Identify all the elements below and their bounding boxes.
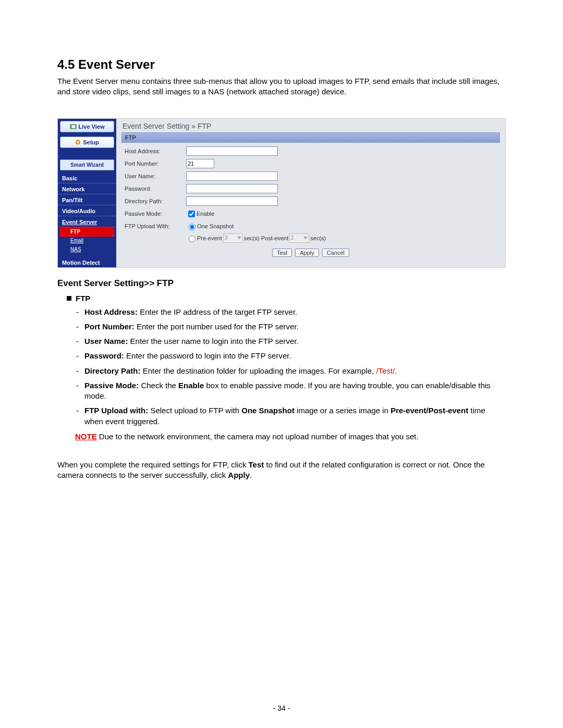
apply-button[interactable]: Apply xyxy=(295,249,319,257)
pre-event-label: Pre-event xyxy=(197,235,222,241)
desc-host: Host Address: Enter the IP address of th… xyxy=(76,307,506,317)
port-number-input[interactable] xyxy=(186,159,214,168)
subheading: Event Server Setting>> FTP xyxy=(57,278,506,289)
post-event-select[interactable]: 2 xyxy=(289,233,309,243)
cancel-button[interactable]: Cancel xyxy=(322,249,349,257)
ftp-bullet-label: FTP xyxy=(76,294,90,303)
sidebar-item-motion-detect[interactable]: Motion Detect xyxy=(58,257,116,267)
chevron-down-icon xyxy=(303,237,308,239)
sidebar-item-network[interactable]: Network xyxy=(58,183,116,194)
note-line: NOTE Due to the network environment, the… xyxy=(75,432,506,441)
test-button[interactable]: Test xyxy=(272,249,292,257)
settings-panel: Event Server Setting » FTP FTP Host Addr… xyxy=(116,119,505,267)
password-input[interactable] xyxy=(186,184,278,193)
sidebar-sub-ftp[interactable]: FTP xyxy=(61,228,113,236)
setup-button[interactable]: Setup xyxy=(60,137,114,148)
port-number-label: Port Number: xyxy=(125,161,186,167)
sidebar-item-video-audio[interactable]: Video/Audio xyxy=(58,205,116,216)
enable-label: Enable xyxy=(197,211,214,217)
desc-dir: Directory Path: Enter the destination fo… xyxy=(76,366,506,376)
one-snapshot-label: One Snapshot xyxy=(197,223,234,229)
setup-label: Setup xyxy=(83,139,99,145)
desc-user: User Name: Enter the user name to login … xyxy=(76,336,506,347)
user-name-input[interactable] xyxy=(186,171,278,181)
secs-post-label: sec(s) Post-event xyxy=(244,235,289,241)
intro-paragraph: The Event Server menu contains three sub… xyxy=(57,76,506,97)
secs-label-2: sec(s) xyxy=(310,235,326,241)
panel-title: Event Server Setting » FTP xyxy=(123,122,500,130)
panel-section-header: FTP xyxy=(121,132,500,143)
host-address-label: Host Address: xyxy=(125,148,186,154)
config-screenshot: Live View Setup Smart Wizard Basic Netwo… xyxy=(57,118,506,268)
desc-pass: Password: Enter the password to login in… xyxy=(76,351,506,361)
sidebar-item-event-server[interactable]: Event Server xyxy=(58,216,116,227)
ftp-upload-with-label: FTP Upload With: xyxy=(125,223,186,229)
gear-icon xyxy=(75,139,81,145)
passive-mode-label: Passive Mode: xyxy=(125,211,186,217)
desc-upload: FTP Upload with: Select upload to FTP wi… xyxy=(76,405,506,427)
passive-mode-checkbox[interactable] xyxy=(188,211,195,217)
smart-wizard-button[interactable]: Smart Wizard xyxy=(60,159,114,170)
user-name-label: User Name: xyxy=(125,173,186,179)
live-view-button[interactable]: Live View xyxy=(60,121,114,132)
chevron-down-icon xyxy=(237,237,241,239)
directory-path-label: Directory Path: xyxy=(125,198,186,204)
password-label: Password: xyxy=(125,186,186,192)
page-number: - 34 - xyxy=(0,704,563,712)
host-address-input[interactable] xyxy=(186,146,278,156)
camera-icon xyxy=(70,124,77,129)
pre-event-select[interactable]: 3 xyxy=(223,233,243,243)
ftp-bullet: FTP xyxy=(67,294,506,303)
desc-port: Port Number: Enter the port number used … xyxy=(76,322,506,332)
section-heading: 4.5 Event Server xyxy=(57,57,506,72)
desc-passive: Passive Mode: Check the Enable box to en… xyxy=(76,380,506,402)
sidebar-item-basic[interactable]: Basic xyxy=(58,172,116,183)
live-view-label: Live View xyxy=(79,124,105,130)
square-bullet-icon xyxy=(67,296,71,301)
sidebar-sub-email[interactable]: Email xyxy=(61,237,113,244)
one-snapshot-radio[interactable] xyxy=(189,224,195,230)
outro-paragraph: When you complete the required settings … xyxy=(57,460,506,481)
pre-post-event-radio[interactable] xyxy=(189,236,195,242)
sidebar-item-pan-tilt[interactable]: Pan/Tilt xyxy=(58,194,116,205)
sidebar-sub-nas[interactable]: NAS xyxy=(61,245,113,253)
sidebar: Live View Setup Smart Wizard Basic Netwo… xyxy=(58,119,116,267)
directory-path-input[interactable] xyxy=(186,196,278,206)
